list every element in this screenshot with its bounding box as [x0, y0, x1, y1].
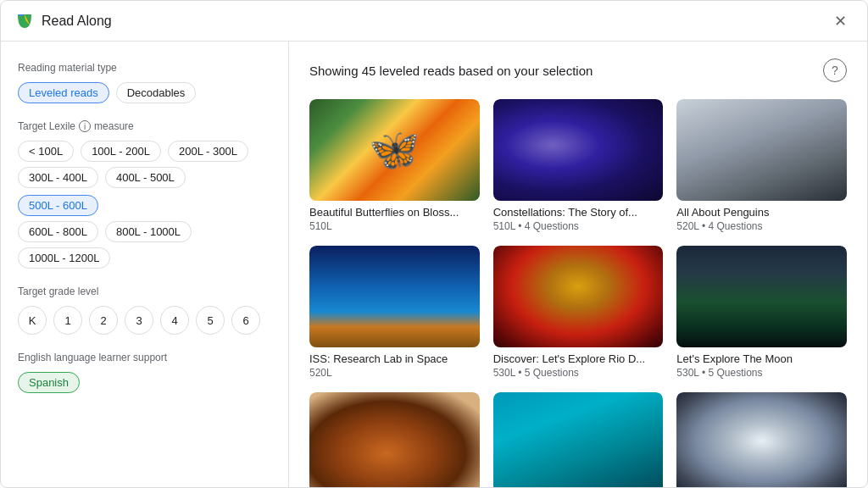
chip-spanish[interactable]: Spanish: [18, 372, 80, 393]
book-card-mask[interactable]: Discover: Let's Explore Rio D... 530L • …: [493, 246, 664, 379]
lexile-chips-row2: 300L - 400L 400L - 500L 500L - 600L: [18, 167, 271, 216]
ell-filter: English language learner support Spanish: [18, 352, 271, 393]
book-info-butterflies: Beautiful Butterflies on Bloss... 510L: [309, 201, 480, 232]
books-grid: Beautiful Butterflies on Bloss... 510L C…: [309, 99, 847, 487]
book-card-candy[interactable]: Making Candy: How Sweet it is 540L • 4 Q…: [309, 392, 480, 487]
panel-title: Showing 45 leveled reads based on your s…: [309, 64, 593, 78]
chip-800-1000[interactable]: 800L - 1000L: [105, 221, 192, 242]
book-title-butterflies: Beautiful Butterflies on Bloss...: [309, 206, 480, 219]
close-button[interactable]: ✕: [826, 8, 854, 35]
book-thumbnail-mask: [493, 246, 664, 347]
book-meta-mask: 530L • 5 Questions: [493, 367, 664, 379]
book-card-butterflies[interactable]: Beautiful Butterflies on Bloss... 510L: [309, 99, 480, 232]
book-title-moon: Let's Explore The Moon: [676, 352, 847, 365]
reading-material-label: Reading material type: [18, 62, 271, 74]
chip-lt100[interactable]: < 100L: [18, 141, 74, 162]
chip-300-400[interactable]: 300L - 400L: [18, 167, 98, 188]
book-thumbnail-moon: [676, 246, 847, 347]
book-title-penguins: All About Penguins: [676, 206, 847, 219]
book-title-iss: ISS: Research Lab in Space: [309, 352, 480, 365]
sidebar: Reading material type Leveled reads Deco…: [1, 42, 289, 487]
book-thumbnail-turtle: [493, 392, 664, 487]
lexile-filter: Target Lexile i measure < 100L 100L - 20…: [18, 120, 271, 269]
book-thumbnail-hurricane: [676, 392, 847, 487]
lexile-chips-row4: 1000L - 1200L: [18, 247, 271, 269]
book-meta-moon: 530L • 5 Questions: [676, 367, 847, 379]
lexile-info-icon[interactable]: i: [79, 120, 91, 132]
book-meta-penguins: 520L • 4 Questions: [676, 220, 847, 232]
right-panel: Showing 45 leveled reads based on your s…: [289, 42, 867, 487]
book-card-hurricane[interactable]: Nature Rules: The Giant Hurr... 570L • 4…: [676, 392, 847, 487]
book-info-iss: ISS: Research Lab in Space 520L: [309, 347, 480, 379]
book-title-mask: Discover: Let's Explore Rio D...: [493, 352, 664, 365]
book-thumbnail-constellations: [493, 99, 664, 201]
book-thumbnail-butterflies: [309, 99, 480, 201]
chip-leveled-reads[interactable]: Leveled reads: [18, 82, 109, 103]
titlebar: Read Along ✕: [1, 1, 867, 42]
lexile-chips-row3: 600L - 800L 800L - 1000L: [18, 221, 271, 242]
chip-400-500[interactable]: 400L - 500L: [105, 167, 186, 188]
book-title-constellations: Constellations: The Story of...: [493, 206, 664, 219]
reading-material-filter: Reading material type Leveled reads Deco…: [18, 62, 271, 103]
material-type-chips: Leveled reads Decodables: [18, 82, 271, 103]
chip-grade-3[interactable]: 3: [125, 306, 153, 335]
ell-chips: Spanish: [18, 372, 271, 393]
chip-grade-5[interactable]: 5: [196, 306, 225, 335]
chip-grade-k[interactable]: K: [18, 306, 47, 335]
titlebar-left: Read Along: [14, 11, 112, 31]
book-info-constellations: Constellations: The Story of... 510L • 4…: [493, 201, 664, 232]
grade-filter: Target grade level K 1 2 3 4 5 6: [18, 286, 271, 335]
book-thumbnail-iss: [309, 246, 480, 347]
book-info-penguins: All About Penguins 520L • 4 Questions: [676, 201, 847, 232]
help-icon[interactable]: ?: [823, 58, 847, 82]
grade-chips: K 1 2 3 4 5 6: [18, 306, 271, 335]
book-info-mask: Discover: Let's Explore Rio D... 530L • …: [493, 347, 664, 379]
chip-100-200[interactable]: 100L - 200L: [81, 141, 161, 162]
chip-decodables[interactable]: Decodables: [116, 82, 197, 103]
chip-grade-2[interactable]: 2: [89, 306, 118, 335]
book-card-iss[interactable]: ISS: Research Lab in Space 520L: [309, 246, 480, 379]
chip-1000-1200[interactable]: 1000L - 1200L: [18, 247, 110, 269]
book-thumbnail-candy: [309, 392, 480, 487]
grade-label: Target grade level: [18, 286, 271, 297]
chip-600-800[interactable]: 600L - 800L: [18, 221, 98, 242]
app-logo-icon: [14, 11, 35, 31]
book-card-turtle[interactable]: Turtles in the Sea 550L: [493, 392, 664, 487]
chip-grade-4[interactable]: 4: [160, 306, 189, 335]
book-meta-iss: 520L: [309, 367, 480, 379]
ell-label: English language learner support: [18, 352, 271, 363]
book-thumbnail-penguins: [676, 99, 847, 201]
panel-header: Showing 45 leveled reads based on your s…: [309, 58, 847, 82]
chip-grade-1[interactable]: 1: [53, 306, 82, 335]
book-card-moon[interactable]: Let's Explore The Moon 530L • 5 Question…: [676, 246, 847, 379]
book-meta-constellations: 510L • 4 Questions: [493, 220, 664, 232]
app-title: Read Along: [42, 14, 112, 29]
chip-200-300[interactable]: 200L - 300L: [168, 141, 248, 162]
main-content: Reading material type Leveled reads Deco…: [1, 42, 867, 487]
lexile-chips-row1: < 100L 100L - 200L 200L - 300L: [18, 141, 271, 162]
chip-500-600[interactable]: 500L - 600L: [18, 195, 98, 216]
lexile-label: Target Lexile i measure: [18, 120, 271, 132]
book-meta-butterflies: 510L: [309, 220, 480, 232]
book-card-constellations[interactable]: Constellations: The Story of... 510L • 4…: [493, 99, 664, 232]
book-info-moon: Let's Explore The Moon 530L • 5 Question…: [676, 347, 847, 379]
chip-grade-6[interactable]: 6: [231, 306, 260, 335]
book-card-penguins[interactable]: All About Penguins 520L • 4 Questions: [676, 99, 847, 232]
